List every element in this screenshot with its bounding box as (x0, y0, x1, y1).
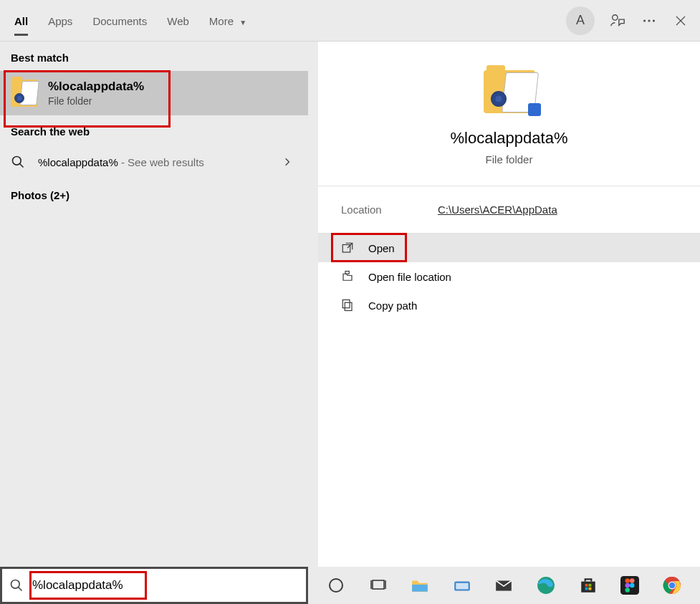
svg-rect-11 (373, 580, 384, 589)
chevron-right-icon (282, 157, 292, 167)
copy-icon (341, 299, 354, 312)
action-open[interactable]: Open (318, 234, 700, 262)
microsoft-store-icon[interactable] (576, 573, 600, 598)
close-icon[interactable] (672, 12, 689, 29)
search-icon (11, 155, 25, 169)
taskbar (0, 567, 700, 604)
mail-icon[interactable] (492, 573, 516, 598)
figma-icon[interactable] (618, 573, 642, 598)
location-row: Location C:\Users\ACER\AppData (318, 186, 700, 234)
tab-more-label: More (209, 15, 234, 27)
svg-point-23 (625, 583, 631, 588)
svg-point-21 (625, 578, 631, 583)
svg-point-0 (613, 14, 618, 19)
best-match-heading: Best match (0, 42, 308, 71)
taskbar-search[interactable] (0, 567, 308, 604)
svg-point-3 (653, 19, 655, 21)
best-match-text: %localappdata% File folder (48, 80, 144, 107)
tab-bar-right: A (566, 6, 689, 35)
action-open-label: Open (368, 242, 395, 254)
file-explorer-icon[interactable] (408, 573, 432, 598)
tab-all[interactable]: All (14, 2, 28, 39)
svg-rect-7 (345, 302, 352, 310)
svg-rect-18 (585, 588, 588, 590)
edge-icon[interactable] (534, 573, 558, 598)
svg-rect-17 (588, 584, 591, 587)
chevron-down-icon: ▼ (239, 19, 246, 27)
search-icon (9, 578, 24, 593)
preview-title: %localappdata% (451, 129, 568, 148)
svg-rect-8 (342, 300, 350, 308)
svg-point-4 (13, 157, 21, 166)
task-view-icon[interactable] (366, 573, 390, 598)
web-result-query: %localappdata% (38, 156, 118, 168)
location-path-link[interactable]: C:\Users\ACER\AppData (438, 203, 557, 216)
keyboard-app-icon[interactable] (450, 573, 474, 598)
folder-icon-large (484, 70, 535, 113)
web-result-text: %localappdata% - See web results (38, 156, 297, 168)
photos-heading[interactable]: Photos (2+) (0, 179, 308, 208)
more-options-icon[interactable] (641, 12, 658, 29)
search-web-heading: Search the web (0, 115, 308, 145)
preview-pane: %localappdata% File folder Location C:\U… (318, 42, 700, 567)
location-label: Location (341, 203, 438, 216)
cortana-icon[interactable] (324, 573, 348, 598)
preview-header: %localappdata% File folder (318, 42, 700, 186)
svg-point-10 (330, 579, 342, 592)
svg-rect-16 (585, 584, 588, 587)
web-result-row[interactable]: %localappdata% - See web results (0, 145, 308, 179)
action-open-location[interactable]: Open file location (318, 262, 700, 291)
svg-rect-13 (456, 583, 468, 590)
tab-apps[interactable]: Apps (48, 2, 72, 39)
svg-rect-15 (581, 582, 595, 593)
tab-web[interactable]: Web (167, 2, 189, 39)
svg-point-24 (630, 583, 635, 588)
svg-rect-6 (345, 272, 349, 274)
action-open-location-label: Open file location (368, 271, 451, 283)
search-tabs: All Apps Documents Web More ▼ (14, 2, 566, 39)
web-result-suffix: - See web results (118, 156, 204, 168)
action-copy-path-label: Copy path (368, 299, 417, 312)
tab-documents[interactable]: Documents (92, 2, 147, 39)
svg-point-1 (643, 19, 646, 21)
results-pane: Best match %localappdata% File folder Se… (0, 42, 308, 567)
action-copy-path[interactable]: Copy path (318, 291, 700, 320)
svg-rect-19 (588, 588, 591, 590)
chrome-icon[interactable] (660, 573, 684, 598)
preview-subtitle: File folder (486, 153, 533, 166)
svg-point-28 (668, 583, 675, 589)
taskbar-icons (308, 573, 700, 598)
best-match-result[interactable]: %localappdata% File folder (0, 71, 308, 115)
svg-point-2 (648, 19, 650, 21)
svg-point-22 (630, 578, 635, 583)
search-input[interactable] (31, 577, 306, 593)
feedback-icon[interactable] (609, 12, 626, 29)
folder-icon (11, 80, 38, 107)
open-icon (341, 241, 354, 254)
search-tab-bar: All Apps Documents Web More ▼ A (0, 0, 700, 42)
best-match-title: %localappdata% (48, 80, 144, 94)
open-location-icon (341, 270, 354, 283)
user-avatar[interactable]: A (566, 6, 595, 35)
tab-more[interactable]: More ▼ (209, 2, 246, 39)
best-match-subtitle: File folder (48, 95, 144, 107)
svg-point-9 (11, 580, 20, 589)
svg-point-25 (625, 588, 631, 593)
